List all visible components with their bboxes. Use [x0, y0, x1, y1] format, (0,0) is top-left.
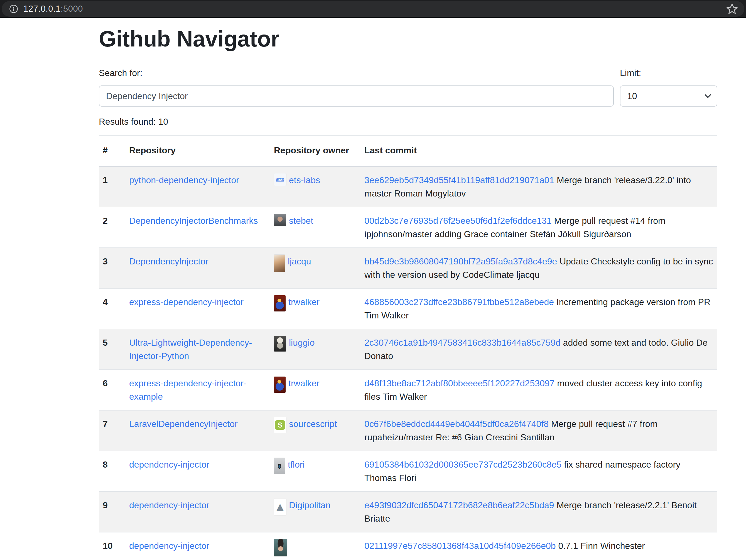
repo-link[interactable]: Ultra-Lightweight-Dependency-Injector-Py… [129, 337, 252, 361]
commit-hash-link[interactable]: 0c67f6be8eddcd4449eb4044f5df0ca26f4740f8 [364, 419, 549, 429]
table-row: 5Ultra-Lightweight-Dependency-Injector-P… [99, 329, 717, 370]
owner-link[interactable]: tflori [288, 460, 305, 470]
repo-table: # Repository Repository owner Last commi… [99, 136, 717, 560]
browser-chrome: 127.0.0.1:5000 [0, 0, 746, 18]
owner-link[interactable]: stebet [289, 216, 313, 226]
repo-link[interactable]: DependencyInjectorBenchmarks [129, 216, 258, 226]
repo-link[interactable]: express-dependency-injector [129, 297, 243, 307]
search-input[interactable] [99, 85, 614, 107]
table-row: 7LaravelDependencyInjectorSsourcescript0… [99, 410, 717, 451]
repo-link[interactable]: DependencyInjector [129, 256, 208, 266]
owner-link[interactable]: liuggio [289, 337, 315, 348]
page-title: Github Navigator [99, 26, 717, 52]
column-header-index: # [99, 136, 125, 167]
repo-table-body: 1python-dependency-injectorETSets-labs3e… [99, 167, 717, 560]
owner-link[interactable]: sourcescript [289, 419, 337, 429]
table-row: 6express-dependency-injector-exampletrwa… [99, 370, 717, 410]
repo-link[interactable]: python-dependency-injector [129, 175, 239, 185]
row-index: 8 [99, 451, 125, 492]
table-row: 2DependencyInjectorBenchmarksstebet00d2b… [99, 207, 717, 248]
table-row: 8dependency-injectortflori69105384b61032… [99, 451, 717, 492]
commit-message: 0.7.1 Finn Winchester [558, 541, 645, 551]
owner-avatar [274, 458, 285, 474]
owner-link[interactable]: Digipolitan [289, 500, 331, 510]
row-index: 2 [99, 207, 125, 248]
address-bar[interactable]: 127.0.0.1:5000 [2, 1, 744, 17]
search-label: Search for: [99, 68, 614, 78]
owner-avatar [274, 336, 286, 352]
table-row: 3DependencyInjectorljacqubb45d9e3b986080… [99, 248, 717, 288]
owner-avatar: S [274, 417, 286, 433]
owner-avatar [274, 214, 286, 226]
table-row: 4express-dependency-injectortrwalker4688… [99, 288, 717, 329]
repo-link[interactable]: LaravelDependencyInjector [129, 419, 238, 429]
owner-link[interactable]: trwalker [288, 378, 320, 388]
column-header-owner: Repository owner [270, 136, 361, 167]
table-row: 1python-dependency-injectorETSets-labs3e… [99, 167, 717, 207]
repo-link[interactable]: dependency-injector [129, 541, 209, 551]
column-header-last-commit: Last commit [361, 136, 717, 167]
main-content: Github Navigator Search for: Limit: 10 R… [99, 26, 717, 560]
row-index: 4 [99, 288, 125, 329]
table-row: 10dependency-injectorFinnWinchester02111… [99, 532, 717, 560]
repo-link[interactable]: express-dependency-injector-example [129, 378, 247, 402]
row-index: 6 [99, 370, 125, 410]
info-icon[interactable] [9, 4, 18, 13]
star-icon[interactable] [725, 2, 739, 16]
owner-avatar [274, 295, 286, 312]
row-index: 3 [99, 248, 125, 288]
row-index: 10 [99, 532, 125, 560]
commit-hash-link[interactable]: 69105384b61032d000365ee737cd2523b260c8e5 [364, 460, 562, 470]
owner-link[interactable]: ets-labs [289, 175, 320, 185]
repo-link[interactable]: dependency-injector [129, 500, 209, 510]
row-index: 9 [99, 492, 125, 532]
owner-avatar [274, 377, 286, 393]
commit-hash-link[interactable]: 468856003c273dffce23b86791fbbe512a8ebede [364, 297, 554, 307]
url-host: 127.0.0.1 [23, 4, 61, 13]
owner-avatar [274, 255, 285, 272]
results-count: Results found: 10 [99, 117, 717, 127]
commit-hash-link[interactable]: bb45d9e3b98608047190bf72a95fa9a37d8c4e9e [364, 256, 557, 266]
row-index: 5 [99, 329, 125, 370]
limit-label: Limit: [620, 68, 717, 78]
owner-link[interactable]: trwalker [288, 297, 320, 307]
repo-link[interactable]: dependency-injector [129, 460, 209, 470]
limit-select[interactable]: 10 [620, 85, 717, 107]
row-index: 1 [99, 167, 125, 207]
commit-hash-link[interactable]: e493f9032dfcd65047172b682e8b6eaf22c5bda9 [364, 500, 554, 510]
search-form: Search for: Limit: 10 [99, 68, 717, 107]
commit-hash-link[interactable]: 3ee629eb5d7349d55f41b119aff81dd219071a01 [364, 175, 554, 185]
commit-hash-link[interactable]: 2c30746c1a91b4947583416c833b1644a85c759d [364, 337, 561, 348]
commit-hash-link[interactable]: d48f13be8ac712abf80bbeeee5f120227d253097 [364, 378, 554, 388]
owner-avatar: ▲ [274, 499, 286, 515]
table-row: 9dependency-injector▲Digipolitane493f903… [99, 492, 717, 532]
commit-hash-link[interactable]: 00d2b3c7e76935d76f25ee50f6d1f2ef6ddce131 [364, 216, 552, 226]
repo-table-header: # Repository Repository owner Last commi… [99, 136, 717, 167]
url-port: :5000 [61, 4, 83, 13]
owner-avatar: ETS [274, 173, 286, 186]
owner-avatar [274, 539, 287, 556]
commit-hash-link[interactable]: 02111997e57c85801368f43a10d45f409e266e0b [364, 541, 556, 551]
url-text: 127.0.0.1:5000 [23, 4, 83, 14]
owner-link[interactable]: ljacqu [288, 256, 311, 266]
column-header-repository: Repository [125, 136, 270, 167]
row-index: 7 [99, 410, 125, 451]
